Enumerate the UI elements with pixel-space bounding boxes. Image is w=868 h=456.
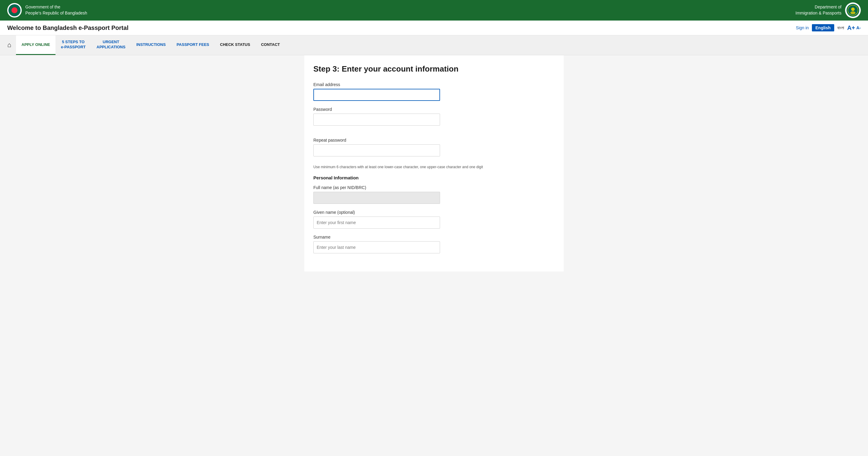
- gov-title: Government of the People's Republic of B…: [25, 4, 87, 16]
- repeat-password-group: Repeat password: [313, 138, 440, 156]
- dept-logo: [845, 2, 861, 18]
- email-input[interactable]: [313, 89, 440, 101]
- english-lang-button[interactable]: English: [812, 24, 835, 31]
- svg-point-3: [12, 8, 17, 12]
- page-title: Step 3: Enter your account information: [313, 64, 555, 74]
- top-header: Government of the People's Republic of B…: [0, 0, 868, 21]
- nav-check-status[interactable]: CHECK STATUS: [215, 35, 256, 55]
- given-name-group: Given name (optional): [313, 210, 555, 229]
- email-label: Email address: [313, 82, 555, 87]
- personal-info-title: Personal Information: [313, 175, 555, 180]
- repeat-password-input[interactable]: [313, 144, 440, 156]
- portal-title: Welcome to Bangladesh e-Passport Portal: [7, 25, 128, 31]
- password-hint: Use minimum 6 characters with at least o…: [313, 165, 555, 169]
- nav-passport-fees[interactable]: PASSPORT FEES: [171, 35, 214, 55]
- full-name-label: Full name (as per NID/BRC): [313, 185, 555, 190]
- nav-contact[interactable]: CONTACT: [255, 35, 285, 55]
- gov-logo: [7, 3, 22, 18]
- password-group: Password: [313, 107, 440, 125]
- dept-branding: Department of Immigration & Passports: [796, 2, 861, 18]
- repeat-password-label: Repeat password: [313, 138, 440, 143]
- dept-title: Department of Immigration & Passports: [796, 4, 842, 16]
- header-actions: Sign in English বাংলা A+ A-: [796, 24, 861, 31]
- surname-label: Surname: [313, 235, 555, 239]
- password-row: Password Repeat password: [313, 107, 555, 163]
- gov-branding: Government of the People's Republic of B…: [7, 3, 87, 18]
- nav-urgent-applications[interactable]: URGENTAPPLICATIONS: [91, 35, 131, 55]
- sign-in-link[interactable]: Sign in: [796, 25, 809, 30]
- nav-home-button[interactable]: ⌂: [2, 35, 16, 55]
- font-decrease-button[interactable]: A-: [856, 25, 861, 30]
- nav-instructions[interactable]: INSTRUCTIONS: [131, 35, 171, 55]
- surname-input[interactable]: [313, 241, 440, 253]
- full-name-input[interactable]: [313, 192, 440, 204]
- password-input[interactable]: [313, 114, 440, 125]
- email-group: Email address: [313, 82, 555, 101]
- given-name-label: Given name (optional): [313, 210, 555, 215]
- surname-group: Surname: [313, 235, 555, 253]
- main-content: Step 3: Enter your account information E…: [304, 55, 564, 272]
- nav-5-steps[interactable]: 5 STEPS TOe-PASSPORT: [56, 35, 91, 55]
- svg-point-6: [851, 7, 855, 11]
- font-size-controls: A+ A-: [847, 25, 861, 31]
- font-increase-button[interactable]: A+: [847, 25, 855, 31]
- password-label: Password: [313, 107, 440, 112]
- full-name-group: Full name (as per NID/BRC): [313, 185, 555, 204]
- given-name-input[interactable]: [313, 217, 440, 229]
- nav-apply-online[interactable]: APPLY ONLINE: [16, 35, 56, 55]
- bangla-lang-button[interactable]: বাংলা: [837, 25, 844, 30]
- svg-point-7: [850, 11, 856, 14]
- second-header: Welcome to Bangladesh e-Passport Portal …: [0, 21, 868, 35]
- nav-bar: ⌂ APPLY ONLINE 5 STEPS TOe-PASSPORT URGE…: [0, 35, 868, 55]
